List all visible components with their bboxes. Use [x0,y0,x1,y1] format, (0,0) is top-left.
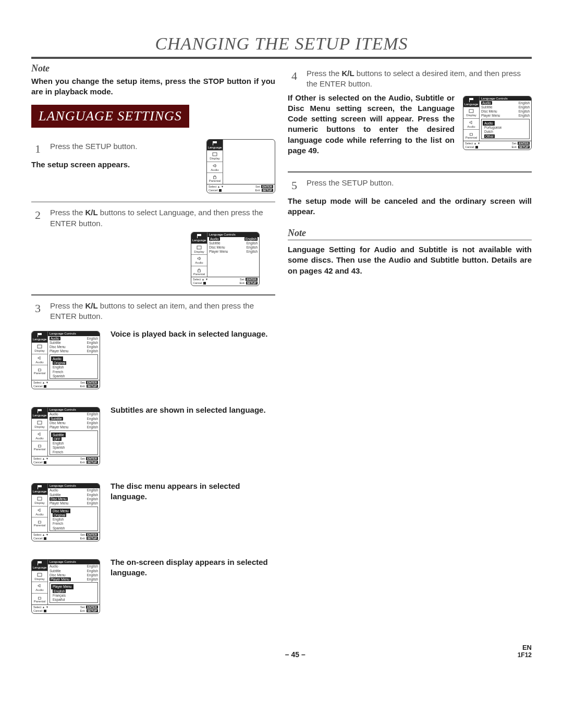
divider [288,171,532,172]
flag-icon [37,485,42,490]
other-note: If Other is selected on the Audio, Subti… [288,93,455,156]
lock-icon [212,174,217,179]
step-3: 3 Press the K/L buttons to select an ite… [31,301,275,322]
flag-icon [37,332,42,338]
desc-audio: Voice is played back in selected languag… [111,328,268,339]
svg-rect-6 [38,333,38,337]
document-page: CHANGING THE SETUP ITEMS Note When you c… [0,0,563,677]
left-column: Note When you change the setup items, pr… [31,63,275,628]
lock-icon [197,267,202,273]
osd-footer-2: Cancel: Exit: SETUP [191,281,259,286]
svg-rect-11 [39,445,41,447]
osd-panel [223,140,275,184]
desc-discmenu-row: Language Display Audio Parental Language… [31,480,275,541]
svg-rect-13 [38,497,42,500]
speaker-icon [197,256,202,261]
osd-audio: Language Display Audio Parental Language… [31,331,100,389]
page-number: – 45 – [73,650,518,659]
step-number: 2 [31,207,41,229]
svg-rect-2 [214,177,216,179]
rule-top [31,57,532,59]
step-number: 5 [288,178,297,193]
desc-discmenu: The disc menu appears in selected langua… [111,480,275,501]
note-label-2: Note [288,228,532,239]
note-label: Note [31,63,275,74]
speaker-icon [469,120,474,125]
svg-rect-19 [469,109,473,113]
lock-icon [37,595,42,600]
osd-language-controls: Language Display Audio Parental Language… [191,232,260,286]
tv-icon [37,496,42,501]
step-1-text-block: 1 Press the SETUP button. The setup scre… [31,136,198,170]
svg-rect-17 [39,597,41,599]
divider [31,202,275,203]
svg-rect-9 [38,409,38,413]
svg-rect-16 [38,573,42,576]
note-2-text: Language Setting for Audio and Subtitle … [288,244,532,276]
osd-row: AudioEnglish [207,237,259,241]
step-number: 4 [288,68,297,90]
svg-rect-15 [38,561,38,565]
tv-icon [37,420,42,425]
step-2: 2 Press the K/L buttons to select Langua… [31,207,275,229]
tv-icon [197,245,202,250]
lock-icon [37,442,42,448]
osd-setup-basic: Language Display Audio [206,139,275,193]
osd-icon-display: Display [207,151,223,162]
svg-rect-5 [198,270,201,272]
desc-audio-row: Language Display Audio Parental Language… [31,328,275,389]
step-body: Press the SETUP button. [50,141,198,157]
osd-other: Language Display Audio Parental Language… [463,96,532,150]
svg-rect-18 [469,98,470,102]
osd-icon-language: Language [207,140,223,151]
svg-rect-14 [39,521,41,523]
osd-icon-audio: Audio [207,162,223,174]
divider [31,294,275,295]
step-1-result: The setup screen appears. [31,159,198,170]
tv-icon [37,344,42,349]
osd-footer-2: Cancel: Exit: SETUP [207,189,275,193]
lock-icon [37,519,42,524]
right-column: 4 Press the K/L buttons to select a desi… [288,63,532,628]
step-body: Press the K/L buttons to select a desire… [307,68,532,90]
flag-icon [469,97,474,103]
osd-row: Disc MenuEnglish [207,245,259,250]
osd-panel: Language Controls AudioEnglish SubtitleE… [207,232,259,277]
step-4: 4 Press the K/L buttons to select a desi… [288,68,532,90]
svg-rect-7 [38,345,42,348]
osd-icon-parental: Parental [191,266,207,277]
section-header: LANGUAGE SETTINGS [31,105,189,128]
osd-icon-language: Language [191,232,207,244]
step-body: Press the K/L buttons to select Language… [50,207,275,229]
svg-rect-4 [197,246,201,249]
desc-subtitle: Subtitles are shown in selected language… [111,404,266,415]
svg-rect-1 [213,153,217,156]
osd-footer: Select ▲ ▼ Set: ENTER [191,277,259,281]
footer-right: EN 1F12 [518,644,532,659]
desc-playermenu-row: Language Display Audio Parental Language… [31,556,275,613]
osd-icon-display: Display [191,244,207,255]
step-1-row: 1 Press the SETUP button. The setup scre… [31,136,275,193]
flag-icon [37,409,42,414]
osd-icon-column: Language Display Audio [207,140,223,184]
note-rule [288,240,532,241]
speaker-icon [212,163,217,168]
step-1: 1 Press the SETUP button. [31,141,198,157]
lock-icon [469,131,474,136]
desc-subtitle-row: Language Display Audio Parental Language… [31,404,275,465]
step-5-result: The setup mode will be canceled and the … [288,196,532,217]
osd-row: Player MenuEnglish [207,250,259,254]
osd-icon-audio: Audio [191,255,207,266]
speaker-icon [37,508,42,513]
svg-rect-10 [38,421,42,424]
svg-rect-8 [39,369,41,371]
osd-playermenu: Language Display Audio Parental Language… [31,559,100,613]
intro-note: When you change the setup items, press t… [31,76,275,97]
desc-playermenu: The on-screen display appears in selecte… [111,556,275,577]
osd-row: SubtitleEnglish [207,241,259,245]
other-row: If Other is selected on the Audio, Subti… [288,93,532,156]
page-footer: – 45 – EN 1F12 [31,644,532,659]
osd-discmenu: Language Display Audio Parental Language… [31,483,100,541]
step-body: Press the K/L buttons to select an item,… [50,301,275,322]
osd-icon-parental: Parental [207,173,223,184]
